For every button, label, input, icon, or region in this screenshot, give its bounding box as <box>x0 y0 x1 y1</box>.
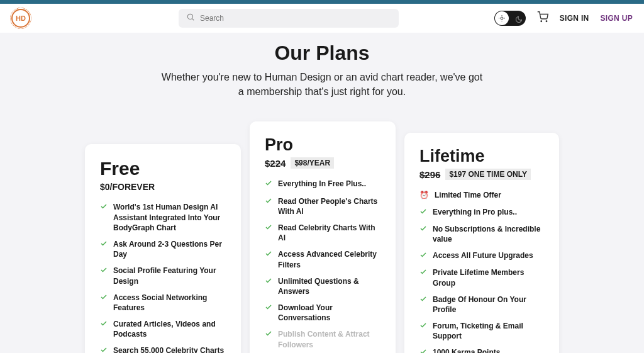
svg-point-7 <box>541 21 542 22</box>
sun-icon <box>495 11 509 25</box>
check-icon <box>265 303 272 313</box>
svg-point-0 <box>187 14 192 19</box>
feature-text: Ask Around 2-3 Questions Per Day <box>113 239 226 259</box>
feature-item: Read Celebrity Charts With AI <box>265 223 380 243</box>
feature-text: Access Advanced Celebrity Filters <box>278 249 380 269</box>
check-icon <box>265 197 272 207</box>
feature-item: Access Social Networking Features <box>100 293 226 313</box>
feature-text: Publish Content & Attract Followers <box>278 329 380 349</box>
feature-item: Everything In Free Plus.. <box>265 179 380 189</box>
feature-item: Search 55,000 Celebrity Charts <box>100 345 226 353</box>
feature-text: Badge Of Honour On Your Profile <box>433 294 544 315</box>
limited-offer-row: ⏰ Limited Time Offer <box>419 190 544 200</box>
feature-item: World's 1st Human Design AI Assistant In… <box>100 202 226 233</box>
site-logo[interactable]: HD <box>11 9 30 28</box>
check-icon <box>100 320 108 330</box>
check-icon <box>100 346 108 353</box>
feature-text: Everything in Pro plus.. <box>433 207 517 217</box>
check-icon <box>100 240 108 250</box>
plan-card-free: Free $0/FOREVER World's 1st Human Design… <box>85 144 241 353</box>
feature-text: Download Your Conversations <box>278 303 380 323</box>
check-icon <box>265 277 272 287</box>
search-input[interactable] <box>200 14 391 23</box>
check-icon <box>419 208 427 218</box>
check-icon <box>265 330 272 340</box>
feature-item: 1000 Karma Points <box>419 347 544 353</box>
check-icon <box>100 293 108 303</box>
feature-item: Ask Around 2-3 Questions Per Day <box>100 239 226 259</box>
plan-name: Lifetime <box>419 147 544 166</box>
feature-item: Forum, Ticketing & Email Support <box>419 321 544 341</box>
check-icon <box>419 348 427 353</box>
plan-card-lifetime: Lifetime $296 $197 ONE TIME ONLY ⏰ Limit… <box>404 133 559 353</box>
feature-item: Private Lifetime Members Group <box>419 267 544 288</box>
plan-price-line: $296 $197 ONE TIME ONLY <box>419 169 544 180</box>
feature-item: No Subscriptions & Incredible value <box>419 224 544 244</box>
feature-text: Social Profile Featuring Your Design <box>113 266 226 286</box>
feature-text: Access All Future Upgrades <box>433 250 533 261</box>
feature-item: Download Your Conversations <box>265 303 380 323</box>
check-icon <box>265 223 272 233</box>
plan-card-pro: Pro $224 $98/YEAR Everything In Free Plu… <box>250 121 396 353</box>
old-price: $296 <box>419 169 440 180</box>
plan-name: Pro <box>265 135 380 155</box>
feature-text: Access Social Networking Features <box>113 293 226 313</box>
cart-icon[interactable] <box>537 11 548 25</box>
feature-list: Everything In Free Plus..Read Other Peop… <box>265 179 380 353</box>
feature-text: Private Lifetime Members Group <box>433 267 544 288</box>
plans-row: Free $0/FOREVER World's 1st Human Design… <box>0 121 644 353</box>
check-icon <box>419 295 427 305</box>
new-price: $197 ONE TIME ONLY <box>445 169 531 180</box>
feature-item: Social Profile Featuring Your Design <box>100 266 226 286</box>
feature-item: Access Advanced Celebrity Filters <box>265 249 380 269</box>
feature-text: Search 55,000 Celebrity Charts <box>113 345 224 353</box>
feature-text: Forum, Ticketing & Email Support <box>433 321 544 341</box>
feature-text: Curated Articles, Videos and Podcasts <box>113 319 226 339</box>
check-icon <box>419 268 427 278</box>
old-price: $224 <box>265 158 286 169</box>
plan-name: Free <box>100 158 226 179</box>
page-subtitle: Whether you're new to Human Design or an… <box>158 70 486 99</box>
plan-price: $0/FOREVER <box>100 182 226 192</box>
feature-list: Everything in Pro plus..No Subscriptions… <box>419 207 544 353</box>
feature-text: 1000 Karma Points <box>433 347 500 353</box>
moon-icon <box>515 14 523 22</box>
feature-text: No Subscriptions & Incredible value <box>433 224 544 244</box>
check-icon <box>419 225 427 235</box>
limited-offer-label: Limited Time Offer <box>435 190 501 200</box>
feature-text: World's 1st Human Design AI Assistant In… <box>113 202 226 233</box>
plan-price-line: $224 $98/YEAR <box>265 157 380 169</box>
search-container[interactable] <box>179 9 399 28</box>
feature-text: Unlimited Questions & Answers <box>278 276 380 296</box>
check-icon <box>100 203 108 213</box>
feature-item: Unlimited Questions & Answers <box>265 276 380 296</box>
check-icon <box>265 250 272 260</box>
feature-text: Read Other People's Charts With AI <box>278 196 380 216</box>
svg-point-8 <box>546 21 547 22</box>
feature-text: Everything In Free Plus.. <box>278 179 366 189</box>
sign-in-link[interactable]: SIGN IN <box>560 14 589 23</box>
new-price: $98/YEAR <box>291 157 334 169</box>
feature-list: World's 1st Human Design AI Assistant In… <box>100 202 226 353</box>
svg-point-2 <box>501 17 503 20</box>
header: HD SIGN IN SIGN UP <box>0 4 644 33</box>
feature-item: Read Other People's Charts With AI <box>265 196 380 216</box>
feature-item: Publish Content & Attract Followers <box>265 329 380 349</box>
hero-section: Our Plans Whether you're new to Human De… <box>0 33 644 121</box>
svg-line-1 <box>192 19 194 21</box>
search-icon <box>186 13 200 24</box>
feature-text: Read Celebrity Charts With AI <box>278 223 380 243</box>
check-icon <box>419 322 427 332</box>
feature-item: Everything in Pro plus.. <box>419 207 544 218</box>
page-title: Our Plans <box>0 42 644 65</box>
check-icon <box>419 251 427 261</box>
sign-up-link[interactable]: SIGN UP <box>601 14 633 23</box>
theme-toggle[interactable] <box>494 11 526 26</box>
feature-item: Badge Of Honour On Your Profile <box>419 294 544 315</box>
check-icon <box>265 179 272 189</box>
alarm-icon: ⏰ <box>419 190 429 200</box>
feature-item: Curated Articles, Videos and Podcasts <box>100 319 226 339</box>
check-icon <box>100 266 108 276</box>
feature-item: Access All Future Upgrades <box>419 250 544 261</box>
